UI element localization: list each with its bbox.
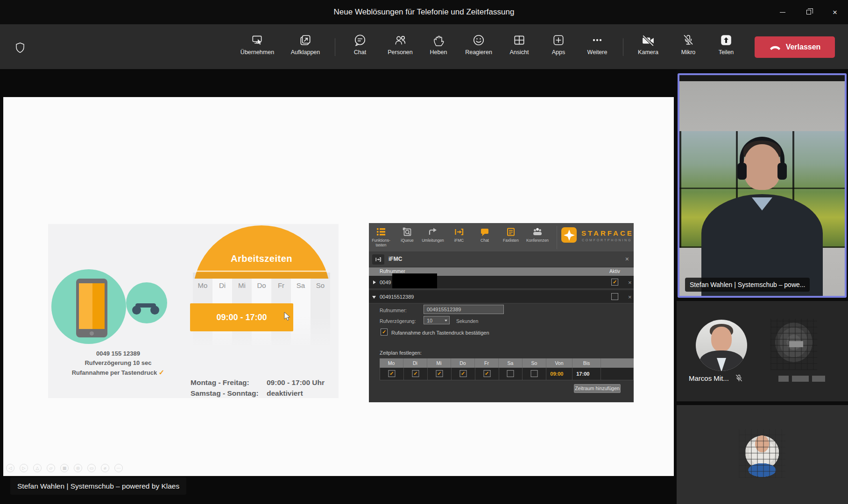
day-checkbox-di: ✓ [412,370,419,377]
toolbar-separator [335,38,335,56]
speaker-video-tile[interactable]: Stefan Wahlen | Systemschub – powe... [678,73,847,298]
react-button[interactable]: Reagieren [455,33,502,56]
toolbar-separator [623,38,623,56]
schedule-table: Mo Di Mi Do Fr Sa So Von Bis ✓ ✓ [380,358,634,380]
annotate-button[interactable]: ▱ [47,464,55,472]
number-row-2: 004915512389 × [369,290,634,304]
participants-sidebar: Stefan Wahlen | Systemschub – powe... Ma… [677,69,848,504]
iqueue-icon [394,226,420,238]
speaker-name-label: Stefan Wahlen | Systemschub – powe... [685,278,810,292]
muted-mic-icon [735,374,743,383]
menu-ifmc: iFMC [446,226,472,243]
hangup-icon [769,44,781,50]
camera-button[interactable]: Kamera [625,33,671,56]
menu-konferenzen: Konferenzen [524,226,551,243]
function-keys-icon [368,226,394,238]
menu-funktionstasten: Funktions-tasten [368,226,394,247]
smartphone-icon [76,279,107,337]
sf-chat-icon [472,226,498,238]
worktime-bar: 09:00 - 17:00 [190,303,293,331]
day-checkbox-mo: ✓ [388,370,395,377]
mouse-cursor [284,312,291,324]
delete-icon: × [628,279,632,286]
menu-chat: Chat [472,226,498,243]
delay-select: 10 [424,316,450,324]
menu-iqueue: iQueue [394,226,420,243]
phone-confirm: Rufannahme per Tastendruck ✓ [48,368,188,378]
slide-illustration: 0049 155 12389 Rufverzögerung 10 sec Ruf… [48,224,339,398]
summary-row2-label: Samstag - Sonntag: [191,388,267,399]
smiley-icon [455,33,502,48]
delay-field-label: Rufverzögerung: [380,318,416,324]
participant-avatar-marcos[interactable] [696,320,747,371]
day-checkbox-mi: ✓ [436,370,443,377]
fax-list-icon [498,226,524,238]
confirm-label: Rufannahme durch Tastendruck bestätigen [391,330,489,336]
redaction-box [392,273,437,288]
popout-button[interactable]: Aufklappen [282,33,329,56]
number-row-1: 0049 ✓ × [369,276,634,289]
day-checkbox-sa [507,370,514,377]
captions-button[interactable]: ▭ [87,464,96,472]
ifmc-close-icon: × [625,255,629,263]
ifmc-window-icon [372,254,384,265]
window-controls: × [770,0,848,24]
from-time: 09:00 [546,368,572,380]
schedule-table-header: Mo Di Mi Do Fr Sa So Von Bis [380,358,634,368]
next-slide-button[interactable]: ▷ [20,464,28,472]
to-time: 17:00 [572,368,601,380]
camera-off-icon [625,33,671,48]
presentation-slide: 0049 155 12389 Rufverzögerung 10 sec Ruf… [3,97,674,476]
participant-tile-bottom[interactable] [677,405,848,504]
pixelated-name [778,376,825,382]
starface-menubar: Funktions-tasten iQueue Umleitungen iFMC [369,223,634,252]
titlebar: Neue Weblösungen für Telefonie und Zeite… [0,0,848,24]
menu-faxlisten: Faxlisten [498,226,524,243]
minimize-icon [780,12,785,13]
participant-avatar-pixelated-2 [739,429,785,478]
weekday-row: Mo Di Mi Do Fr Sa So [193,281,330,292]
share-button[interactable]: Teilen [703,33,749,56]
active-checkbox-unchecked [611,293,618,300]
starface-wordmark: STARFACE [581,229,634,237]
check-icon: ✓ [159,368,165,376]
presenter-label: Stefan Wahlen | Systemschub – powered by… [10,477,186,495]
phone-caption: 0049 155 12389 Rufverzögerung 10 sec Ruf… [48,349,188,378]
chat-button[interactable]: Chat [337,33,383,56]
chevron-down-icon [372,296,376,299]
magnifier-button[interactable]: ◎ [74,464,82,472]
video-off-button[interactable]: ⌀ [101,464,109,472]
number-input: 004915512389 [424,305,504,314]
share-icon [703,33,749,48]
forwarding-icon [420,226,446,238]
participant-avatar-pixelated[interactable] [770,319,817,370]
chevron-right-icon [373,280,376,284]
menu-umleitungen: Umleitungen [420,226,446,243]
speaker-face [743,144,781,190]
handset-icon [132,302,159,315]
schedule-table-row: ✓ ✓ ✓ ✓ ✓ 09:00 17:00 [380,368,634,380]
meeting-toolbar: Übernehmen Aufklappen Chat Personen [0,24,848,69]
caret-down-icon [445,320,447,322]
raise-hand-button[interactable]: Heben [415,33,462,56]
grid-view-button[interactable]: ▦ [60,464,69,472]
window-title: Neue Weblösungen für Telefonie und Zeite… [0,0,848,24]
minimize-button[interactable] [770,0,796,24]
close-button[interactable]: × [822,0,848,24]
participant-tiles: Marcos Mit... [677,301,848,401]
summary-row2-value: deaktiviert [267,388,325,399]
more-button[interactable]: Weitere [574,33,621,56]
starface-logo [561,227,577,243]
popout-icon [282,33,329,48]
raise-button[interactable]: △ [33,464,42,472]
leave-button[interactable]: Verlassen [755,36,835,58]
takeover-button[interactable]: Übernehmen [234,33,281,56]
conference-icon [524,226,551,238]
screen-takeover-icon [234,33,281,48]
prev-slide-button[interactable]: ◁ [6,464,14,472]
slide-controls: ◁ ▷ △ ▱ ▦ ◎ ▭ ⌀ ⋯ [6,464,123,472]
more-controls-button[interactable]: ⋯ [114,464,123,472]
active-checkbox-checked: ✓ [611,279,618,286]
maximize-button[interactable] [796,0,822,24]
add-timerange-button: Zeitraum hinzufügen [574,384,621,393]
